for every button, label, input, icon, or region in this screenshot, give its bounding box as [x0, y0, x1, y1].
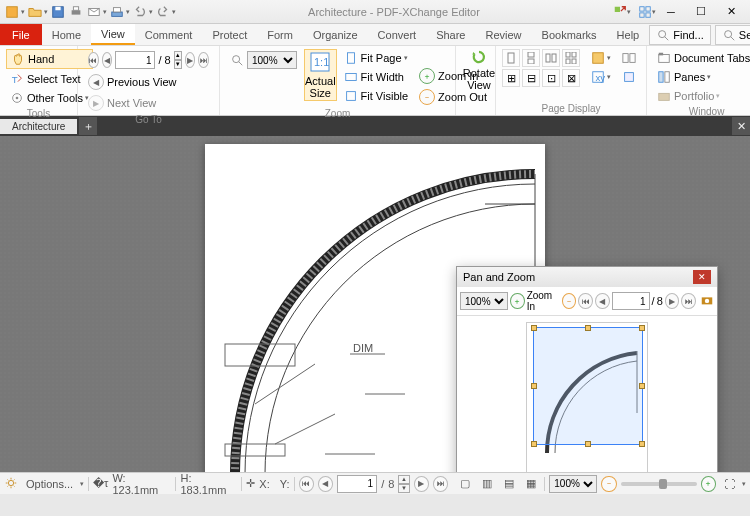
tab-help[interactable]: Help — [607, 24, 650, 45]
svg-rect-0 — [7, 6, 18, 17]
camera-icon[interactable] — [700, 293, 714, 309]
ui-toggle-icon[interactable] — [637, 4, 653, 20]
panzoom-zoomin-button[interactable]: ＋ — [510, 293, 525, 309]
continuous-icon[interactable] — [522, 49, 540, 67]
tab-review[interactable]: Review — [475, 24, 531, 45]
sb-page-spinner[interactable]: ▲▼ — [398, 475, 409, 493]
layout-a-icon[interactable]: ⊞ — [502, 69, 520, 87]
workspace[interactable]: BEDROOMS DIM Pan and Zoom ✕ 100% ＋ Zoom … — [0, 136, 750, 472]
two-continuous-icon[interactable] — [562, 49, 580, 67]
sb-first-button[interactable]: ⏮ — [299, 476, 314, 492]
sb-last-button[interactable]: ⏭ — [433, 476, 448, 492]
panzoom-zoomout-button[interactable]: － — [562, 293, 577, 309]
page-spinner[interactable]: ▲▼ — [174, 51, 182, 69]
two-pages-icon[interactable] — [542, 49, 560, 67]
document-tabs-button[interactable]: Document Tabs▾ — [653, 49, 750, 67]
sb-zoom-slider[interactable] — [621, 482, 697, 486]
panzoom-selection[interactable] — [533, 327, 643, 445]
sb-layout-a[interactable]: ▢ — [456, 476, 474, 491]
pan-and-zoom-panel[interactable]: Pan and Zoom ✕ 100% ＋ Zoom In － ⏮ ◀ / 8 … — [456, 266, 718, 472]
open-icon[interactable] — [27, 4, 43, 20]
last-page-button[interactable]: ⏭ — [198, 52, 209, 68]
gear-icon[interactable] — [4, 476, 18, 492]
panzoom-last-button[interactable]: ⏭ — [681, 293, 696, 309]
panzoom-next-button[interactable]: ▶ — [665, 293, 680, 309]
fit-width-button[interactable]: Fit Width — [340, 68, 412, 86]
close-button[interactable]: ✕ — [716, 2, 746, 22]
chevron-down-icon[interactable]: ▾ — [126, 8, 130, 16]
save-icon[interactable] — [50, 4, 66, 20]
tab-view[interactable]: View — [91, 24, 135, 45]
svg-rect-41 — [625, 73, 634, 82]
sb-layout-c[interactable]: ▤ — [500, 476, 518, 491]
panzoom-body[interactable] — [457, 316, 717, 472]
find-button[interactable]: Find... — [649, 25, 711, 45]
sb-zoomin-button[interactable]: ＋ — [701, 476, 716, 492]
chevron-down-icon[interactable]: ▾ — [149, 8, 153, 16]
zoom-select[interactable]: 100% — [247, 51, 297, 69]
page-input[interactable] — [115, 51, 155, 69]
svg-rect-7 — [114, 7, 121, 11]
previous-view-button[interactable]: ◀Previous View — [84, 72, 213, 92]
sb-zoom-select[interactable]: 100% — [549, 475, 597, 493]
chevron-down-icon[interactable]: ▾ — [103, 8, 107, 16]
panzoom-prev-button[interactable]: ◀ — [595, 293, 610, 309]
panzoom-titlebar[interactable]: Pan and Zoom ✕ — [457, 267, 717, 287]
portfolio-button[interactable]: Portfolio▾ — [653, 87, 750, 105]
panzoom-close-button[interactable]: ✕ — [693, 270, 711, 284]
single-page-icon[interactable] — [502, 49, 520, 67]
tab-comment[interactable]: Comment — [135, 24, 203, 45]
tab-protect[interactable]: Protect — [202, 24, 257, 45]
sb-layout-d[interactable]: ▦ — [522, 476, 540, 491]
tab-bookmarks[interactable]: Bookmarks — [532, 24, 607, 45]
add-tab-button[interactable]: ＋ — [79, 117, 97, 135]
options-button[interactable]: Options... — [22, 477, 77, 491]
email-icon[interactable] — [86, 4, 102, 20]
search-button[interactable]: Search... — [715, 25, 750, 45]
chevron-down-icon[interactable]: ▾ — [21, 8, 25, 16]
thumb-d-button[interactable] — [618, 68, 640, 86]
minimize-button[interactable]: ─ — [656, 2, 686, 22]
panzoom-first-button[interactable]: ⏮ — [578, 293, 593, 309]
panzoom-zoom-select[interactable]: 100% — [460, 292, 508, 310]
print-icon[interactable] — [68, 4, 84, 20]
layout-c-icon[interactable]: ⊡ — [542, 69, 560, 87]
layout-d-icon[interactable]: ⊠ — [562, 69, 580, 87]
sb-fit-button[interactable]: ⛶ — [720, 477, 739, 491]
redo-icon[interactable] — [155, 4, 171, 20]
sb-next-button[interactable]: ▶ — [414, 476, 429, 492]
scan-icon[interactable] — [109, 4, 125, 20]
actual-size-button[interactable]: 1:1 Actual Size — [304, 49, 337, 101]
file-tab[interactable]: File — [0, 24, 42, 45]
close-tab-button[interactable]: ✕ — [732, 117, 750, 135]
app-menu-icon[interactable] — [4, 4, 20, 20]
doc-tab-active[interactable]: Architecture — [0, 119, 77, 134]
layout-b-icon[interactable]: ⊟ — [522, 69, 540, 87]
sb-layout-b[interactable]: ▥ — [478, 476, 496, 491]
rotate-view-button[interactable]: Rotate View▾ — [458, 49, 500, 101]
tab-home[interactable]: Home — [42, 24, 91, 45]
sb-prev-button[interactable]: ◀ — [318, 476, 333, 492]
first-page-button[interactable]: ⏮ — [88, 52, 99, 68]
tab-organize[interactable]: Organize — [303, 24, 368, 45]
next-page-button[interactable]: ▶ — [185, 52, 196, 68]
tab-form[interactable]: Form — [257, 24, 303, 45]
chevron-down-icon[interactable]: ▾ — [627, 8, 631, 16]
tab-share[interactable]: Share — [426, 24, 475, 45]
undo-icon[interactable] — [132, 4, 148, 20]
launch-icon[interactable] — [612, 4, 628, 20]
panes-button[interactable]: Panes▾ — [653, 68, 750, 86]
thumb-c-button[interactable] — [618, 49, 640, 67]
tab-convert[interactable]: Convert — [368, 24, 427, 45]
panzoom-page-input[interactable] — [612, 292, 650, 310]
prev-page-button[interactable]: ◀ — [102, 52, 113, 68]
maximize-button[interactable]: ☐ — [686, 2, 716, 22]
thumb-b-button[interactable]: xy▾ — [587, 68, 615, 86]
fit-page-button[interactable]: Fit Page▾ — [340, 49, 412, 67]
sb-page-input[interactable] — [337, 475, 377, 493]
chevron-down-icon[interactable]: ▾ — [44, 8, 48, 16]
sb-zoomout-button[interactable]: － — [601, 476, 616, 492]
fit-visible-button[interactable]: Fit Visible — [340, 87, 412, 105]
thumb-a-button[interactable]: ▾ — [587, 49, 615, 67]
next-view-button[interactable]: ▶Next View — [84, 93, 213, 113]
